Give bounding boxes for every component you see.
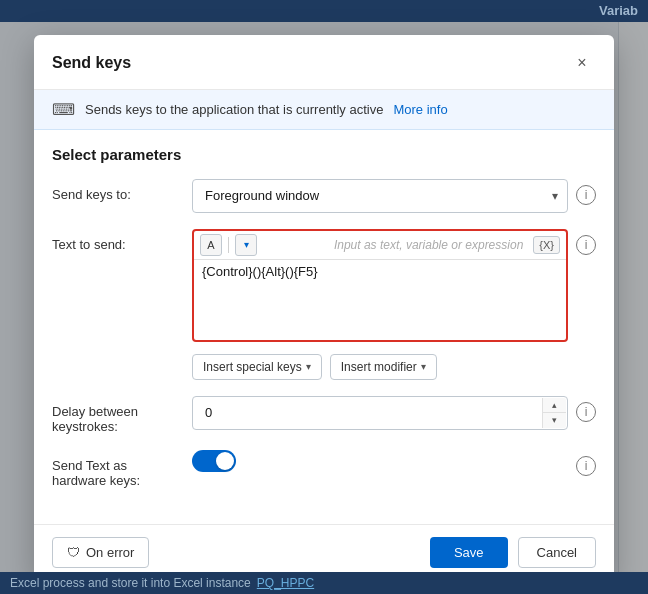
modal-body: Select parameters Send keys to: Foregrou… (34, 130, 614, 518)
hardware-keys-info-icon[interactable]: i (576, 456, 596, 476)
insert-modifier-label: Insert modifier (341, 360, 417, 374)
send-keys-to-info-icon[interactable]: i (576, 185, 596, 205)
modal-overlay: Send keys × ⌨ Sends keys to the applicat… (0, 22, 648, 594)
text-editor-content[interactable]: {Control}(){Alt}(){F5} (194, 260, 566, 340)
number-spinners: ▴ ▾ (542, 398, 566, 428)
cancel-button[interactable]: Cancel (518, 537, 596, 568)
more-info-link[interactable]: More info (393, 102, 447, 117)
spinner-down-button[interactable]: ▾ (543, 413, 566, 428)
delay-input[interactable] (192, 396, 568, 430)
on-error-label: On error (86, 545, 134, 560)
delay-info-icon[interactable]: i (576, 402, 596, 422)
send-keys-modal: Send keys × ⌨ Sends keys to the applicat… (34, 35, 614, 582)
hardware-keys-label: Send Text as hardware keys: (52, 450, 182, 488)
info-banner-text: Sends keys to the application that is cu… (85, 102, 383, 117)
send-keys-to-control: Foreground window Window instance/handle… (192, 179, 596, 213)
info-banner: ⌨ Sends keys to the application that is … (34, 90, 614, 130)
insert-special-keys-label: Insert special keys (203, 360, 302, 374)
delay-row: Delay between keystrokes: ▴ ▾ i (52, 396, 596, 434)
hardware-keys-toggle[interactable] (192, 450, 236, 472)
send-keys-to-row: Send keys to: Foreground window Window i… (52, 179, 596, 213)
bottom-bar-link[interactable]: PQ_HPPC (257, 576, 314, 590)
delay-input-wrap: ▴ ▾ (192, 396, 568, 430)
text-editor-toolbar: A ▾ Input as text, variable or expressio… (194, 231, 566, 260)
text-to-send-info-icon[interactable]: i (576, 235, 596, 255)
hardware-keys-control: i (192, 450, 596, 476)
hardware-keys-row: Send Text as hardware keys: i (52, 450, 596, 488)
top-bar: Variab (0, 0, 648, 22)
modal-header: Send keys × (34, 35, 614, 90)
text-to-send-control: A ▾ Input as text, variable or expressio… (192, 229, 596, 380)
expand-button[interactable]: ▾ (235, 234, 257, 256)
insert-buttons-row: Insert special keys ▾ Insert modifier ▾ (192, 354, 437, 380)
delay-control: ▴ ▾ i (192, 396, 596, 430)
send-keys-to-select[interactable]: Foreground window Window instance/handle (192, 179, 568, 213)
save-button[interactable]: Save (430, 537, 508, 568)
var-button[interactable]: {X} (533, 236, 560, 254)
insert-modifier-button[interactable]: Insert modifier ▾ (330, 354, 437, 380)
toolbar-divider (228, 237, 229, 253)
insert-modifier-chevron-icon: ▾ (421, 361, 426, 372)
on-error-button[interactable]: 🛡 On error (52, 537, 149, 568)
text-to-send-row: Text to send: A ▾ Input as text, v (52, 229, 596, 380)
top-bar-title: Variab (599, 3, 638, 18)
text-format-icon: A (207, 239, 214, 251)
modal-close-button[interactable]: × (568, 49, 596, 77)
text-format-button[interactable]: A (200, 234, 222, 256)
bottom-bar: Excel process and store it into Excel in… (0, 572, 648, 594)
spinner-up-button[interactable]: ▴ (543, 398, 566, 414)
footer-right: Save Cancel (430, 537, 596, 568)
send-keys-to-dropdown-wrapper: Foreground window Window instance/handle… (192, 179, 568, 213)
shield-icon: 🛡 (67, 545, 80, 560)
placeholder-text: Input as text, variable or expression (334, 238, 523, 252)
delay-label: Delay between keystrokes: (52, 396, 182, 434)
bottom-bar-text: Excel process and store it into Excel in… (10, 576, 251, 590)
section-title: Select parameters (52, 146, 596, 163)
insert-special-chevron-icon: ▾ (306, 361, 311, 372)
send-keys-to-label: Send keys to: (52, 179, 182, 202)
toggle-knob (216, 452, 234, 470)
text-to-send-label: Text to send: (52, 229, 182, 252)
modal-title: Send keys (52, 54, 131, 72)
text-editor-wrap: A ▾ Input as text, variable or expressio… (192, 229, 568, 342)
insert-special-keys-button[interactable]: Insert special keys ▾ (192, 354, 322, 380)
keyboard-icon: ⌨ (52, 100, 75, 119)
